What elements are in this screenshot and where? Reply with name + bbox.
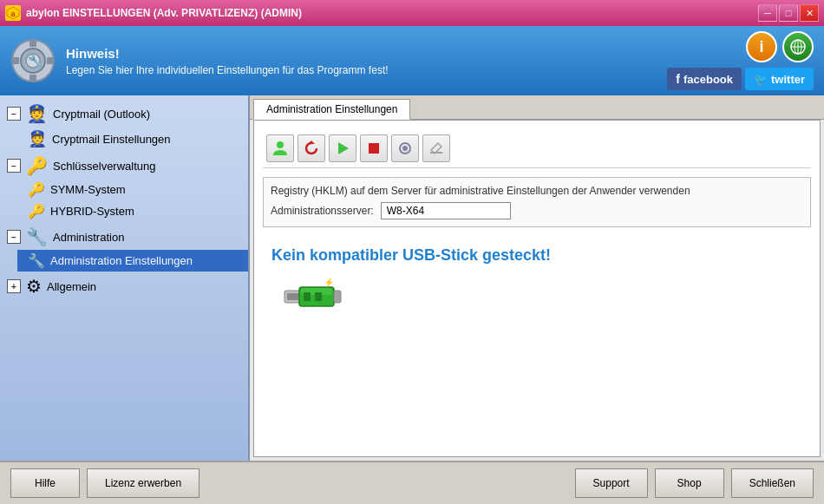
sidebar-label-hybrid: HYBRID-System: [50, 205, 134, 218]
sidebar-item-hybrid[interactable]: 🔑 HYBRID-System: [17, 200, 248, 222]
toolbar-gear-button[interactable]: [391, 134, 419, 162]
info-button[interactable]: i: [746, 31, 777, 62]
main-layout: − 👮 Cryptmail (Outlook) 👮 Cryptmail Eins…: [0, 95, 824, 461]
keys-icon: 🔑: [26, 155, 48, 176]
sidebar-label-cryptmail: Cryptmail (Outlook): [53, 108, 150, 121]
svg-rect-7: [47, 57, 54, 64]
refresh-icon: [303, 140, 320, 157]
facebook-button[interactable]: f facebook: [667, 68, 742, 90]
svg-marker-16: [338, 142, 349, 154]
tab-admin-settings-label: Administration Einstellungen: [266, 103, 397, 115]
usb-stick-icon: ⚡: [280, 275, 350, 336]
header-icon-buttons: i: [746, 31, 814, 62]
twitter-button[interactable]: 🐦 twitter: [745, 68, 814, 90]
toolbar-person-button[interactable]: [266, 134, 294, 162]
sidebar-item-allgemein[interactable]: + ⚙ Allgemein: [0, 273, 248, 299]
title-controls: ─ □ ✕: [758, 4, 819, 22]
expand-icon-cryptmail: −: [7, 107, 21, 121]
sidebar-label-keys: Schlüsselverwaltung: [53, 160, 156, 173]
sidebar-item-cryptmail[interactable]: − 👮 Cryptmail (Outlook): [0, 101, 248, 127]
svg-text:🔧: 🔧: [28, 54, 43, 69]
svg-rect-27: [315, 292, 322, 301]
allgemein-icon: ⚙: [26, 276, 42, 297]
sidebar-section-keys: − 🔑 Schlüsselverwaltung 🔑 SYMM-System 🔑 …: [0, 153, 248, 222]
svg-rect-25: [334, 291, 341, 303]
sidebar-item-cryptmail-settings[interactable]: 👮 Cryptmail Einstellungen: [17, 127, 248, 151]
title-bar: a abylon EINSTELLUNGEN (Adv. PRIVATLIZEN…: [0, 0, 824, 26]
help-button[interactable]: Hilfe: [10, 468, 80, 498]
header: 🔧 Hinweis! Legen Sie hier Ihre individue…: [0, 26, 824, 95]
sidebar-label-symm: SYMM-System: [50, 183, 126, 196]
svg-point-14: [277, 141, 284, 148]
keys-children: 🔑 SYMM-System 🔑 HYBRID-System: [0, 179, 248, 222]
window-title: abylon EINSTELLUNGEN (Adv. PRIVATLIZENZ)…: [26, 7, 302, 19]
registry-section: Registry (HKLM) auf dem Server für admin…: [263, 177, 811, 227]
hybrid-icon: 🔑: [28, 203, 45, 219]
sidebar: − 👮 Cryptmail (Outlook) 👮 Cryptmail Eins…: [0, 95, 250, 461]
maximize-button[interactable]: □: [779, 4, 798, 22]
sidebar-label-cryptmail-settings: Cryptmail Einstellungen: [52, 133, 171, 146]
bottom-bar: Hilfe Lizenz erwerben Support Shop Schli…: [0, 461, 824, 504]
facebook-icon: f: [676, 72, 680, 86]
person-icon: [271, 140, 289, 157]
sidebar-label-admin: Administration: [53, 231, 124, 244]
gear-small-icon: [396, 140, 414, 157]
tab-admin-settings[interactable]: Administration Einstellungen: [253, 99, 410, 120]
toolbar: [263, 129, 811, 168]
toolbar-refresh-button[interactable]: [298, 134, 325, 162]
shop-button[interactable]: Shop: [655, 468, 724, 498]
twitter-bird-icon: 🐦: [754, 73, 768, 86]
expand-icon-allgemein: +: [7, 279, 21, 293]
app-icon: a: [5, 5, 21, 21]
cryptmail-icon: 👮: [26, 103, 48, 124]
server-label: Administrationsserver:: [271, 205, 374, 217]
license-button[interactable]: Lizenz erwerben: [87, 468, 199, 498]
facebook-label: facebook: [683, 73, 733, 86]
header-right: i f facebook 🐦 twitter: [667, 31, 814, 90]
stop-icon: [365, 140, 383, 157]
close-button[interactable]: ✕: [800, 4, 819, 22]
edit-icon: [428, 140, 445, 157]
svg-rect-26: [304, 292, 311, 301]
usb-title: Kein kompatibler USB-Stick gesteckt!: [271, 246, 802, 265]
play-icon: [334, 140, 351, 157]
admin-settings-icon: 🔧: [28, 252, 45, 269]
usb-section: Kein kompatibler USB-Stick gesteckt!: [263, 238, 811, 344]
admin-icon: 🔧: [26, 226, 48, 247]
sidebar-section-admin: − 🔧 Administration 🔧 Administration Eins…: [0, 224, 248, 272]
content-tabs: Administration Einstellungen: [250, 95, 824, 120]
sidebar-item-symm[interactable]: 🔑 SYMM-System: [17, 179, 248, 200]
registry-row: Administrationsserver:: [271, 202, 803, 219]
sidebar-item-keys[interactable]: − 🔑 Schlüsselverwaltung: [0, 153, 248, 179]
sidebar-item-admin-settings[interactable]: 🔧 Administration Einstellungen: [17, 250, 248, 272]
header-subtitle: Legen Sie hier Ihre individuellen Einste…: [66, 64, 389, 76]
close-window-button[interactable]: Schließen: [731, 468, 814, 498]
web-button[interactable]: [782, 31, 814, 62]
support-button[interactable]: Support: [575, 468, 648, 498]
cryptmail-settings-icon: 👮: [28, 129, 47, 148]
toolbar-stop-button[interactable]: [360, 134, 388, 162]
sidebar-label-allgemein: Allgemein: [47, 280, 96, 293]
social-buttons: f facebook 🐦 twitter: [667, 68, 814, 90]
svg-rect-5: [29, 75, 36, 82]
svg-rect-4: [29, 40, 36, 47]
registry-title: Registry (HKLM) auf dem Server für admin…: [271, 185, 803, 197]
minimize-button[interactable]: ─: [758, 4, 777, 22]
header-text: Hinweis! Legen Sie hier Ihre individuell…: [66, 46, 389, 76]
svg-marker-15: [308, 141, 315, 144]
content-body: Registry (HKLM) auf dem Server für admin…: [253, 120, 821, 457]
server-input[interactable]: [381, 202, 511, 219]
sidebar-section-cryptmail: − 👮 Cryptmail (Outlook) 👮 Cryptmail Eins…: [0, 101, 248, 151]
svg-text:⚡: ⚡: [324, 277, 335, 288]
cryptmail-children: 👮 Cryptmail Einstellungen: [0, 127, 248, 151]
sidebar-item-administration[interactable]: − 🔧 Administration: [0, 224, 248, 250]
header-hint: Hinweis!: [66, 46, 389, 61]
svg-rect-6: [12, 57, 19, 64]
toolbar-edit-button[interactable]: [422, 134, 450, 162]
header-left: 🔧 Hinweis! Legen Sie hier Ihre individue…: [10, 38, 389, 83]
symm-icon: 🔑: [28, 181, 45, 198]
expand-icon-admin: −: [7, 230, 21, 244]
twitter-label: twitter: [771, 73, 805, 86]
toolbar-play-button[interactable]: [329, 134, 356, 162]
title-bar-left: a abylon EINSTELLUNGEN (Adv. PRIVATLIZEN…: [5, 5, 302, 21]
